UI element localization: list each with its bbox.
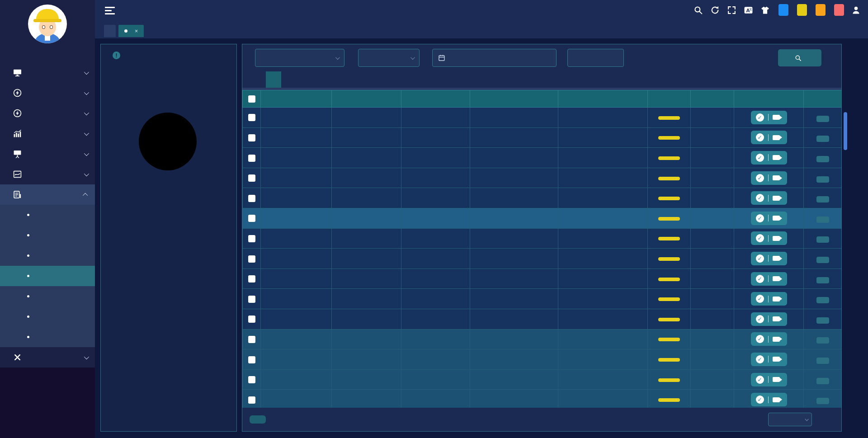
row-checkbox[interactable] [248,215,255,222]
sidebar-subitem-5[interactable] [0,286,95,306]
scrollbar-thumb[interactable] [844,112,847,150]
sidebar-subitem-1[interactable] [0,205,95,225]
confirm-check-icon[interactable]: ✓ [756,376,764,384]
row-actions[interactable]: ✓ [751,131,787,144]
confirm-check-icon[interactable]: ✓ [756,295,764,303]
fullscreen-icon[interactable] [726,5,736,15]
row-actions[interactable]: ✓ [751,353,787,366]
alarm-tab-4[interactable] [297,71,312,88]
row-checkbox[interactable] [248,356,255,363]
user-icon[interactable] [851,5,861,15]
camera-icon[interactable] [773,256,780,261]
row-actions[interactable]: ✓ [751,393,787,406]
camera-icon[interactable] [773,175,780,180]
tab-home[interactable] [104,25,116,37]
alarm-tab-1[interactable] [250,71,266,88]
row-actions[interactable]: ✓ [751,191,787,205]
table-row[interactable]: ✓ [243,188,842,208]
row-checkbox[interactable] [248,316,255,323]
camera-icon[interactable] [773,337,780,342]
view-button[interactable] [816,297,829,303]
row-actions[interactable]: ✓ [751,171,787,185]
sidebar-item-5[interactable] [0,144,95,164]
column-header[interactable] [332,90,401,108]
refresh-icon[interactable] [710,5,720,15]
row-checkbox[interactable] [248,396,255,404]
camera-icon[interactable] [773,377,780,382]
row-checkbox[interactable] [248,114,255,121]
row-checkbox[interactable] [248,174,255,182]
camera-icon[interactable] [773,316,780,321]
view-button[interactable] [816,217,829,223]
confirm-check-icon[interactable]: ✓ [756,355,764,363]
page-size-select[interactable] [768,413,812,426]
row-actions[interactable]: ✓ [751,272,787,286]
view-button[interactable] [816,337,829,344]
row-checkbox[interactable] [248,296,255,303]
table-row[interactable]: ✓ [243,127,842,148]
table-row[interactable]: ✓ [243,249,842,269]
view-button[interactable] [816,358,829,364]
view-button[interactable] [816,136,829,142]
sidebar-item-3[interactable] [0,103,95,123]
row-checkbox[interactable] [248,235,255,242]
camera-icon[interactable] [773,276,780,281]
tab-alarm-info[interactable]: × [118,25,144,37]
confirm-check-icon[interactable]: ✓ [756,113,764,122]
translate-icon[interactable]: A文 [743,5,753,15]
sidebar-item-6[interactable] [0,164,95,184]
search-icon[interactable] [693,5,703,15]
sidebar-subitem-4[interactable] [0,266,95,286]
confirm-check-icon[interactable]: ✓ [756,133,764,141]
table-row[interactable]: ✓ [243,390,842,408]
sidebar-item-4[interactable] [0,123,95,144]
confirm-all-button[interactable] [250,415,266,424]
confirm-check-icon[interactable]: ✓ [756,315,764,323]
event-type-input[interactable] [567,49,624,67]
row-actions[interactable]: ✓ [751,111,787,124]
confirm-check-icon[interactable]: ✓ [756,194,764,202]
column-header[interactable] [261,90,332,108]
camera-icon[interactable] [773,357,780,362]
sidebar-item-8[interactable] [0,347,95,367]
column-header[interactable] [558,90,648,108]
sidebar-item-1[interactable] [0,62,95,83]
menu-collapse-icon[interactable] [105,7,115,14]
column-header[interactable] [470,90,558,108]
view-button[interactable] [816,156,829,162]
alarm-badge[interactable] [834,4,844,16]
theme-shirt-icon[interactable] [760,5,770,15]
view-button[interactable] [816,236,829,243]
close-icon[interactable]: × [135,28,138,34]
column-header[interactable] [804,90,842,108]
camera-icon[interactable] [773,397,780,402]
table-row[interactable]: ✓ [243,329,842,349]
camera-icon[interactable] [773,196,780,201]
camera-icon[interactable] [773,216,780,221]
sidebar-item-2[interactable] [0,83,95,103]
view-button[interactable] [816,277,829,283]
table-row[interactable]: ✓ [243,228,842,249]
confirm-check-icon[interactable]: ✓ [756,275,764,283]
avatar[interactable] [28,5,67,43]
status-select[interactable] [358,49,420,67]
date-range-picker[interactable] [432,49,557,67]
confirm-check-icon[interactable]: ✓ [756,154,764,162]
sidebar-subitem-7[interactable] [0,327,95,347]
confirm-check-icon[interactable]: ✓ [756,234,764,242]
column-header[interactable] [691,90,734,108]
view-button[interactable] [816,176,829,183]
row-checkbox[interactable] [248,376,255,383]
datacenter-select[interactable] [255,49,344,67]
confirm-check-icon[interactable]: ✓ [756,174,764,182]
table-row[interactable]: ✓ [243,208,842,228]
column-header[interactable] [401,90,470,108]
row-checkbox[interactable] [248,134,255,141]
search-button[interactable] [778,49,821,66]
table-row[interactable]: ✓ [243,148,842,168]
view-button[interactable] [816,257,829,263]
table-row[interactable]: ✓ [243,108,842,128]
view-button[interactable] [816,196,829,203]
info-icon[interactable]: ! [113,52,120,59]
confirm-check-icon[interactable]: ✓ [756,335,764,343]
